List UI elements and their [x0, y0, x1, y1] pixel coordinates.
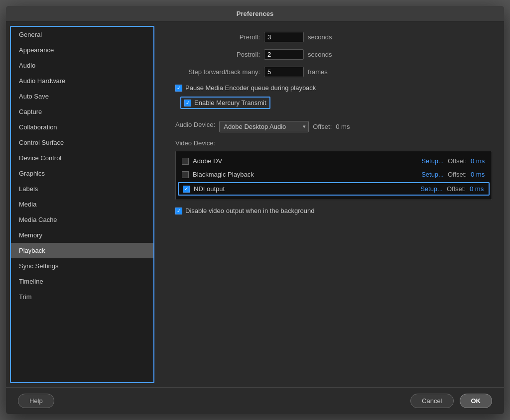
help-button[interactable]: Help — [18, 394, 54, 408]
adobe-dv-offset-val: 0 ms — [471, 157, 486, 165]
sidebar-item-general[interactable]: General — [11, 27, 153, 42]
ndi-checkbox[interactable] — [183, 186, 190, 193]
adobe-dv-label: Adobe DV — [193, 157, 417, 165]
sidebar-item-sync-settings[interactable]: Sync Settings — [11, 258, 153, 274]
video-device-label: Video Device: — [175, 139, 492, 147]
device-row-blackmagic: Blackmagic Playback Setup... Offset: 0 m… — [176, 168, 492, 181]
cancel-button[interactable]: Cancel — [410, 394, 453, 408]
sidebar: GeneralAppearanceAudioAudio HardwareAuto… — [10, 26, 154, 383]
device-row-ndi: NDI output Setup... Offset: 0 ms — [178, 182, 490, 196]
step-forward-row: Step forward/back many: frames — [170, 67, 492, 77]
audio-device-select[interactable]: Adobe Desktop Audio System Default — [219, 121, 309, 132]
main-panel: Preroll: seconds Postroll: seconds Step … — [158, 22, 504, 387]
blackmagic-checkbox[interactable] — [182, 171, 189, 178]
audio-offset-label: Offset: — [313, 123, 332, 130]
dialog-content: GeneralAppearanceAudioAudio HardwareAuto… — [6, 22, 504, 387]
sidebar-item-playback[interactable]: Playback — [11, 243, 153, 258]
sidebar-item-labels[interactable]: Labels — [11, 181, 153, 197]
postroll-units: seconds — [308, 51, 332, 58]
preroll-input[interactable] — [264, 32, 304, 42]
blackmagic-offset-val: 0 ms — [471, 171, 486, 178]
dialog-title: Preferences — [237, 10, 273, 17]
postroll-row: Postroll: seconds — [170, 49, 492, 60]
disable-video-label: Disable video output when in the backgro… — [185, 207, 314, 214]
preroll-label: Preroll: — [170, 33, 260, 41]
ok-button[interactable]: OK — [460, 394, 493, 408]
preroll-units: seconds — [308, 33, 332, 41]
disable-video-checkbox[interactable] — [175, 208, 182, 214]
device-table: Adobe DV Setup... Offset: 0 ms Blackmagi… — [175, 151, 492, 200]
sidebar-item-media[interactable]: Media — [11, 197, 153, 212]
sidebar-item-appearance[interactable]: Appearance — [11, 42, 153, 58]
device-row-adobe-dv: Adobe DV Setup... Offset: 0 ms — [176, 154, 492, 168]
sidebar-item-device-control[interactable]: Device Control — [11, 150, 153, 166]
ndi-setup[interactable]: Setup... — [420, 185, 443, 193]
step-forward-units: frames — [308, 68, 328, 76]
sidebar-item-auto-save[interactable]: Auto Save — [11, 89, 153, 104]
enable-mercury-label: Enable Mercury Transmit — [194, 99, 266, 106]
sidebar-item-control-surface[interactable]: Control Surface — [11, 135, 153, 150]
sidebar-item-timeline[interactable]: Timeline — [11, 274, 153, 289]
enable-mercury-container: Enable Mercury Transmit — [175, 97, 492, 114]
pause-encoder-row[interactable]: Pause Media Encoder queue during playbac… — [175, 84, 492, 92]
audio-device-row: Audio Device: Adobe Desktop Audio System… — [175, 121, 492, 132]
enable-mercury-checkbox[interactable] — [184, 100, 191, 106]
pause-encoder-label: Pause Media Encoder queue during playbac… — [185, 84, 316, 92]
preferences-dialog: Preferences GeneralAppearanceAudioAudio … — [6, 6, 504, 414]
step-forward-label: Step forward/back many: — [170, 68, 260, 76]
blackmagic-offset-label: Offset: — [448, 171, 467, 178]
ndi-offset-label: Offset: — [447, 185, 466, 193]
adobe-dv-offset-label: Offset: — [448, 157, 467, 165]
enable-mercury-row[interactable]: Enable Mercury Transmit — [180, 97, 270, 109]
audio-device-label: Audio Device: — [175, 121, 215, 128]
blackmagic-setup[interactable]: Setup... — [421, 171, 444, 178]
audio-device-select-wrapper: Adobe Desktop Audio System Default — [219, 121, 309, 132]
dialog-titlebar: Preferences — [6, 6, 504, 22]
sidebar-item-trim[interactable]: Trim — [11, 289, 153, 305]
audio-offset-value: 0 ms — [336, 123, 350, 130]
ndi-offset-val: 0 ms — [470, 185, 485, 193]
adobe-dv-checkbox[interactable] — [182, 158, 189, 165]
postroll-input[interactable] — [264, 49, 304, 60]
preroll-row: Preroll: seconds — [170, 32, 492, 42]
disable-video-row[interactable]: Disable video output when in the backgro… — [175, 207, 492, 214]
blackmagic-label: Blackmagic Playback — [193, 171, 417, 178]
bottom-bar: Help Cancel OK — [6, 387, 504, 414]
adobe-dv-setup[interactable]: Setup... — [421, 157, 444, 165]
ndi-label: NDI output — [194, 185, 416, 193]
sidebar-item-memory[interactable]: Memory — [11, 227, 153, 243]
sidebar-item-audio[interactable]: Audio — [11, 58, 153, 73]
sidebar-item-media-cache[interactable]: Media Cache — [11, 212, 153, 227]
sidebar-item-graphics[interactable]: Graphics — [11, 166, 153, 181]
step-forward-input[interactable] — [264, 67, 304, 77]
video-device-section: Video Device: Adobe DV Setup... Offset: … — [175, 139, 492, 200]
sidebar-item-audio-hardware[interactable]: Audio Hardware — [11, 73, 153, 89]
sidebar-item-capture[interactable]: Capture — [11, 104, 153, 119]
sidebar-item-collaboration[interactable]: Collaboration — [11, 119, 153, 135]
postroll-label: Postroll: — [170, 51, 260, 58]
pause-encoder-checkbox[interactable] — [175, 85, 182, 92]
